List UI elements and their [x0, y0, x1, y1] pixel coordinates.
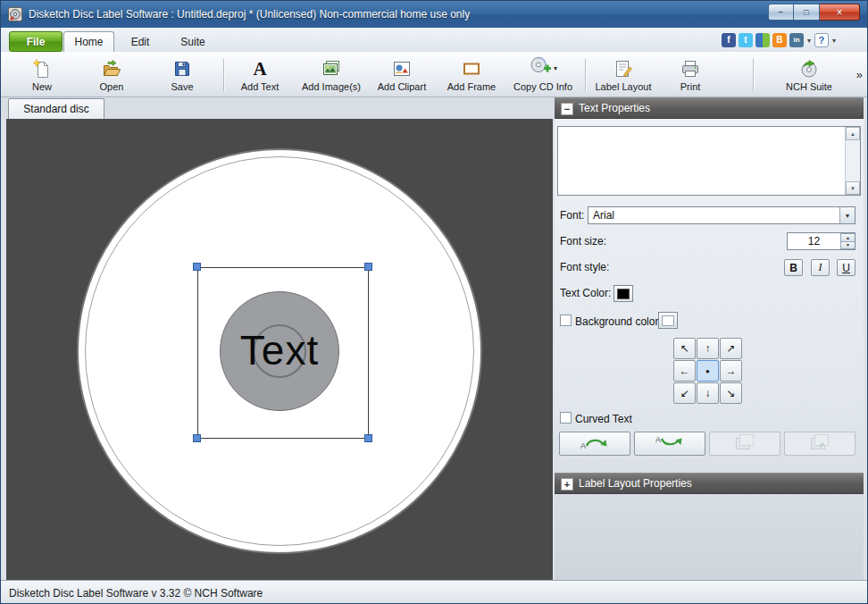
save-button[interactable]: Save	[149, 55, 215, 95]
twitter-icon[interactable]: t	[739, 33, 753, 47]
font-select-value: Arial	[588, 209, 839, 222]
chevron-down-icon[interactable]: ▼	[839, 207, 855, 223]
add-text-button[interactable]: A Add Text	[228, 55, 292, 95]
underline-button[interactable]: U	[837, 259, 855, 276]
toolbar-separator	[585, 59, 586, 91]
font-size-input[interactable]: 12 ▲ ▼	[787, 232, 855, 250]
add-images-button[interactable]: Add Image(s)	[295, 55, 368, 95]
text-color-swatch[interactable]	[613, 285, 633, 302]
selection-handle-bottom-right[interactable]	[364, 434, 372, 442]
social-dropdown-icon[interactable]: ▾	[806, 37, 812, 45]
tab-file[interactable]: File	[9, 31, 63, 52]
selection-handle-top-left[interactable]	[193, 263, 201, 271]
toolbar-overflow-button[interactable]: »	[856, 68, 863, 81]
new-label: New	[32, 81, 52, 92]
background-color-checkbox[interactable]	[560, 315, 572, 326]
curved-text-checkbox[interactable]	[560, 412, 572, 424]
window-title: Disketch Disc Label Software : Untitled.…	[29, 8, 470, 21]
toolbar: New Open Save	[1, 52, 867, 97]
label-layout-properties-header[interactable]: + Label Layout Properties	[555, 473, 864, 494]
align-up-left-button[interactable]: ↖	[673, 338, 696, 359]
scroll-down-icon[interactable]: ▼	[846, 181, 860, 195]
font-label: Font:	[560, 209, 584, 222]
design-canvas[interactable]: Text	[6, 119, 553, 580]
tab-standard-disc[interactable]: Standard disc	[8, 98, 104, 119]
status-text: Disketch Disc Label Software v 3.32 © NC…	[9, 587, 263, 600]
align-down-button[interactable]: ↓	[697, 382, 719, 404]
facebook-icon[interactable]: f	[722, 33, 736, 47]
help-button[interactable]: ?	[814, 33, 829, 47]
align-right-button[interactable]: →	[720, 360, 742, 382]
add-images-label: Add Image(s)	[302, 81, 361, 92]
label-layout-button[interactable]: Label Layout	[588, 55, 658, 95]
help-dropdown-icon[interactable]: ▾	[831, 37, 837, 45]
tab-suite[interactable]: Suite	[167, 31, 219, 52]
align-down-left-button[interactable]: ↙	[673, 382, 696, 404]
print-button[interactable]: Print	[661, 55, 720, 95]
collapse-icon[interactable]: −	[561, 103, 573, 115]
svg-text:A: A	[580, 441, 586, 450]
label-layout-properties-title: Label Layout Properties	[579, 477, 692, 490]
add-text-icon: A	[253, 56, 266, 80]
share-icon[interactable]	[755, 33, 770, 47]
menu-tab-row: File Home Edit Suite f t B in ▾ ? ▾	[1, 28, 867, 52]
app-window: Disketch Disc Label Software : Untitled.…	[0, 0, 868, 604]
quick-links: f t B in ▾ ? ▾	[722, 33, 837, 47]
label-text-input[interactable]: ▲ ▼	[557, 126, 861, 196]
print-icon	[680, 56, 701, 80]
scroll-up-icon[interactable]: ▲	[846, 127, 860, 140]
text-properties-header[interactable]: − Text Properties	[555, 97, 864, 119]
copy-cd-info-icon	[529, 55, 552, 80]
new-button[interactable]: New	[10, 55, 74, 95]
nch-suite-icon	[798, 56, 820, 80]
selection-handle-top-right[interactable]	[364, 263, 372, 271]
add-clipart-icon	[391, 56, 413, 80]
label-layout-icon	[613, 56, 634, 80]
add-frame-button[interactable]: Add Frame	[438, 55, 505, 95]
copy-cd-info-label: Copy CD Info	[513, 81, 572, 92]
window-controls: − □ ×	[768, 4, 860, 21]
properties-panel: − Text Properties ▲ ▼ Font: Arial ▼ Font…	[555, 97, 864, 580]
font-size-label: Font size:	[560, 235, 606, 247]
text-tool-button-disabled-1	[709, 432, 780, 456]
copy-cd-info-dropdown-icon[interactable]: ▾	[554, 64, 557, 72]
copy-cd-info-button[interactable]: ▾ Copy CD Info	[505, 55, 580, 95]
add-clipart-button[interactable]: Add Clipart	[369, 55, 435, 95]
toolbar-separator	[753, 59, 754, 91]
align-left-button[interactable]: ←	[673, 360, 696, 382]
blogger-icon[interactable]: B	[772, 33, 787, 47]
spin-down-icon[interactable]: ▼	[840, 242, 855, 250]
spin-up-icon[interactable]: ▲	[840, 233, 855, 242]
app-icon	[8, 7, 22, 21]
textarea-scrollbar[interactable]: ▲ ▼	[845, 127, 860, 195]
stacked-pages-arrow-icon	[808, 433, 831, 455]
add-frame-icon	[461, 56, 482, 80]
nch-suite-label: NCH Suite	[786, 81, 832, 92]
tab-edit[interactable]: Edit	[115, 31, 165, 52]
expand-icon[interactable]: +	[561, 478, 573, 491]
background-color-swatch[interactable]	[658, 312, 678, 329]
open-button[interactable]: Open	[79, 55, 144, 95]
minimize-button[interactable]: −	[768, 4, 794, 21]
font-style-label: Font style:	[560, 261, 609, 273]
toolbar-separator	[223, 59, 224, 91]
align-up-button[interactable]: ↑	[697, 338, 719, 359]
align-down-right-button[interactable]: ↘	[720, 382, 742, 404]
align-up-right-button[interactable]: ↗	[720, 338, 742, 359]
italic-button[interactable]: I	[811, 259, 830, 276]
selection-handle-bottom-left[interactable]	[193, 434, 201, 442]
curve-text-up-button[interactable]: A	[559, 432, 630, 456]
tab-home[interactable]: Home	[63, 31, 114, 52]
maximize-button[interactable]: □	[794, 4, 820, 21]
curve-text-up-icon: A	[579, 433, 611, 455]
align-center-button[interactable]: ●	[697, 360, 719, 382]
nch-suite-button[interactable]: NCH Suite	[774, 55, 844, 95]
linkedin-icon[interactable]: in	[789, 33, 804, 47]
curve-text-down-button[interactable]: A	[634, 432, 705, 456]
stacked-pages-icon	[733, 433, 756, 455]
text-color-value	[617, 289, 630, 299]
font-select[interactable]: Arial ▼	[588, 206, 855, 224]
bold-button[interactable]: B	[784, 259, 803, 276]
close-button[interactable]: ×	[820, 4, 860, 21]
curve-text-down-icon: A	[654, 433, 686, 455]
